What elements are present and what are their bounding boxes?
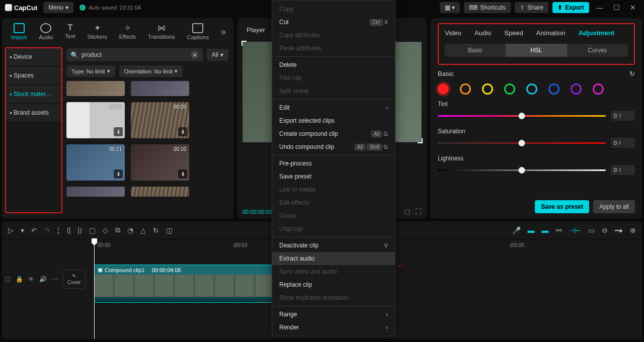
color-swatch[interactable] [504, 83, 515, 95]
tab-speed[interactable]: Speed [504, 29, 523, 37]
nav-device[interactable]: ▸Device [6, 48, 61, 65]
menu-replace-clip[interactable]: Replace clip [272, 278, 395, 291]
tab-import[interactable]: Import [7, 21, 31, 42]
menu-export-selected-clips[interactable]: Export selected clips [272, 114, 395, 127]
tab-audio[interactable]: Audio [474, 29, 491, 37]
more-tabs-button[interactable]: » [217, 27, 230, 37]
menu-save-preset[interactable]: Save preset [272, 170, 395, 183]
menu-create-compound-clip[interactable]: Create compound clipAltG [272, 127, 395, 140]
rotate-tool[interactable]: ↻ [153, 226, 159, 234]
menu-pre-process[interactable]: Pre-process [272, 157, 395, 170]
menu-extract-audio[interactable]: Extract audio [272, 252, 395, 265]
cover-button[interactable]: ✎Cover [63, 270, 86, 289]
nav-brand[interactable]: ▸Brand assets [6, 104, 61, 121]
tab-captions[interactable]: Captions [183, 21, 212, 42]
filter-orientation[interactable]: Orientation: No limit ▾ [119, 65, 183, 77]
chevron-down-icon[interactable]: ▾ [21, 226, 24, 234]
stock-clip[interactable] [131, 81, 189, 96]
layout-button[interactable]: ▦ ▾ [440, 2, 460, 13]
snap-icon[interactable]: ⊣⊢ [569, 226, 581, 234]
tab-stickers[interactable]: ✦Stickers [84, 21, 111, 42]
menu-delete[interactable]: Delete [272, 58, 395, 71]
tab-text[interactable]: TText [61, 21, 79, 42]
nav-stock[interactable]: ▸Stock mater... [6, 86, 61, 103]
menu-render[interactable]: Render› [272, 321, 395, 334]
close-button[interactable]: ✕ [627, 4, 639, 12]
color-swatch[interactable] [571, 83, 582, 95]
clear-search-button[interactable]: ✕ [191, 51, 199, 59]
apply-all-button[interactable]: Apply to all [593, 200, 635, 213]
filter-all-button[interactable]: All ▾ [207, 49, 228, 61]
trim-left-tool[interactable]: ⟨| [66, 226, 71, 234]
lightness-value[interactable]: 0▲▼ [611, 165, 635, 175]
tl-mute-icon[interactable]: 🔊 [39, 276, 47, 283]
tab-effects[interactable]: ✧Effects [115, 21, 140, 42]
color-swatch[interactable] [526, 83, 537, 95]
zoom-out-icon[interactable]: ⊖ [602, 226, 608, 234]
color-swatch[interactable] [438, 83, 449, 95]
tint-slider[interactable] [438, 115, 606, 117]
nav-spaces[interactable]: ▸Spaces [6, 67, 61, 84]
menu-deactivate-clip[interactable]: Deactivate clipV [272, 239, 395, 252]
download-icon[interactable]: ⬇ [178, 127, 187, 136]
saturation-slider[interactable] [438, 142, 606, 144]
menu-cut[interactable]: CutCtrlX [272, 16, 395, 29]
color-swatch[interactable] [460, 83, 471, 95]
tl-more-icon[interactable]: ⋯ [52, 276, 58, 283]
color-swatch[interactable] [593, 83, 604, 95]
chain-icon[interactable]: ⚯ [556, 226, 562, 234]
tab-animation[interactable]: Animation [536, 29, 566, 37]
mic-icon[interactable]: 🎤 [512, 226, 521, 234]
zoom-slider[interactable]: ━● [615, 226, 623, 234]
tl-eye-icon[interactable]: 👁 [28, 276, 34, 283]
speed-tool[interactable]: ◔ [127, 226, 133, 234]
stock-clip[interactable]: 00:10⬇ [131, 144, 189, 181]
tab-video[interactable]: Video [445, 29, 461, 37]
subtab-curves[interactable]: Curves [567, 44, 628, 57]
stock-clip[interactable]: 00:05⬇ [131, 102, 189, 138]
menu-range[interactable]: Range› [272, 308, 395, 321]
tab-adjustment[interactable]: Adjustment [579, 29, 615, 37]
subtab-hsl[interactable]: HSL [506, 44, 567, 57]
search-box[interactable]: 🔍 ✕ [66, 48, 203, 61]
download-icon[interactable]: ⬇ [178, 169, 187, 179]
preview-icon[interactable]: ▭ [588, 226, 595, 234]
saturation-value[interactable]: 0▲▼ [611, 138, 635, 148]
stock-clip[interactable] [66, 187, 125, 197]
marker-tool[interactable]: ◇ [103, 226, 108, 234]
zoom-in-icon[interactable]: ⊕ [630, 226, 636, 234]
tab-audio[interactable]: Audio [35, 21, 57, 42]
redo-button[interactable]: ↷ [44, 226, 50, 234]
search-input[interactable] [82, 51, 188, 58]
link-icon[interactable]: ▬ [542, 226, 549, 234]
menu-button[interactable]: Menu ▾ [43, 2, 73, 13]
tl-expand-icon[interactable]: ▢ [5, 276, 11, 283]
stock-clip[interactable] [66, 81, 125, 96]
fullscreen-icon[interactable]: ⛶ [415, 208, 422, 215]
copies-tool[interactable]: ⧉ [115, 226, 120, 234]
stock-clip[interactable]: 00:21⬇ [66, 144, 125, 181]
save-preset-button[interactable]: Save as preset [535, 200, 589, 213]
tl-lock-icon[interactable]: 🔒 [16, 276, 23, 283]
filter-type[interactable]: Type: No limit ▾ [66, 65, 115, 77]
share-button[interactable]: ⇪ Share [515, 2, 548, 13]
lightness-slider[interactable] [438, 169, 606, 171]
menu-undo-compound-clip[interactable]: Undo compound clipAltShiftG [272, 140, 395, 153]
color-swatch[interactable] [482, 83, 493, 95]
download-icon[interactable]: ⬇ [114, 127, 123, 136]
undo-button[interactable]: ↶ [31, 226, 37, 234]
menu-edit[interactable]: Edit› [272, 101, 395, 114]
ratio-icon[interactable]: ▢ [404, 208, 410, 215]
crop2-tool[interactable]: ◫ [166, 226, 173, 234]
tint-value[interactable]: 0▲▼ [611, 111, 635, 121]
export-button[interactable]: ⬆ Export [552, 2, 589, 13]
tab-transitions[interactable]: ⋈Transitions [144, 21, 179, 42]
subtab-basic[interactable]: Basic [445, 44, 506, 57]
mirror-tool[interactable]: △ [140, 226, 146, 234]
trim-right-tool[interactable]: |⟩ [77, 226, 82, 234]
maximize-button[interactable]: ☐ [610, 4, 623, 12]
crop-tool[interactable]: ▢ [89, 226, 96, 234]
playhead[interactable] [94, 239, 95, 339]
color-swatch[interactable] [548, 83, 559, 95]
shortcuts-button[interactable]: ⌨ Shortcuts [464, 2, 511, 13]
